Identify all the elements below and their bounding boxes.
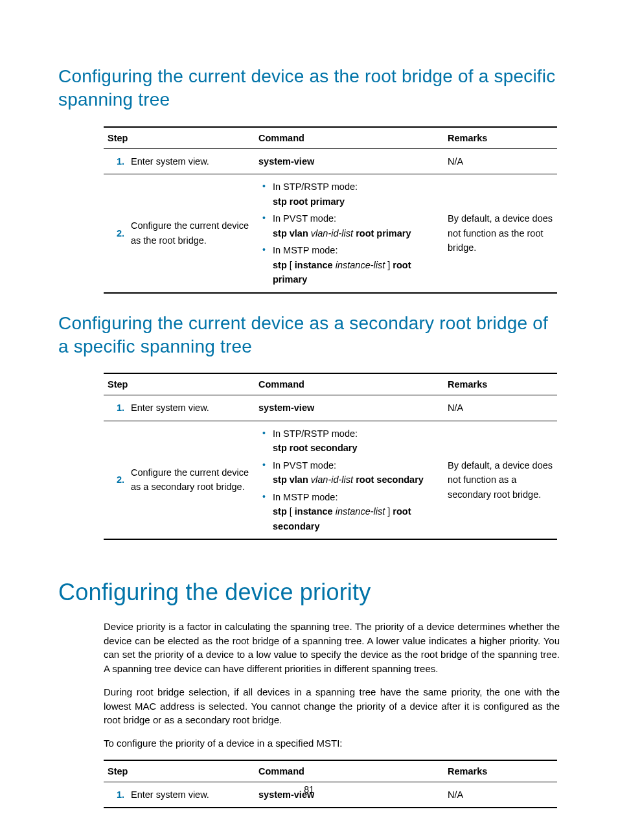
steps-table: StepCommandRemarks1.Enter system view.sy…: [104, 126, 557, 294]
col-command: Command: [255, 760, 444, 782]
steps-table: StepCommandRemarks1.Enter system view.sy…: [104, 373, 557, 540]
remarks-cell: N/A: [444, 148, 557, 174]
page-number: 81: [0, 784, 618, 795]
remarks-cell: N/A: [444, 395, 557, 421]
table-row: 2.Configure the current device as a seco…: [104, 421, 557, 539]
table-row: 1.Enter system view.system-viewN/A: [104, 395, 557, 421]
step-text: Enter system view.: [127, 395, 255, 421]
step-number: 1.: [104, 395, 127, 421]
command-cell: system-view: [255, 395, 444, 421]
command-bullet: In STP/RSTP mode:stp root secondary: [258, 426, 440, 456]
col-step: Step: [104, 373, 255, 395]
table-row: 2.Configure the current device as the ro…: [104, 174, 557, 293]
command-bullet: In PVST mode:stp vlan vlan-id-list root …: [258, 458, 440, 487]
remarks-cell: By default, a device does not function a…: [444, 174, 557, 293]
paragraph: To configure the priority of a device in…: [104, 736, 560, 751]
section-heading-major: Configuring the device priority: [58, 578, 560, 608]
step-number: 1.: [104, 148, 127, 174]
col-command: Command: [255, 373, 444, 395]
command-bullet: In STP/RSTP mode:stp root primary: [258, 180, 440, 209]
command-bullet: In MSTP mode:stp [ instance instance-lis…: [258, 243, 440, 286]
paragraph: Device priority is a factor in calculati…: [104, 620, 560, 676]
command-cell: In STP/RSTP mode:stp root primaryIn PVST…: [255, 174, 444, 293]
section-heading: Configuring the current device as the ro…: [58, 65, 560, 112]
col-remarks: Remarks: [444, 760, 557, 782]
step-text: Configure the current device as the root…: [127, 174, 255, 293]
col-command: Command: [255, 127, 444, 149]
step-text: Configure the current device as a second…: [127, 421, 255, 539]
paragraph: During root bridge selection, if all dev…: [104, 685, 560, 727]
step-number: 2.: [104, 174, 127, 293]
command-cell: system-view: [255, 148, 444, 174]
remarks-cell: By default, a device does not function a…: [444, 421, 557, 539]
section-heading: Configuring the current device as a seco…: [58, 312, 560, 359]
command-cell: In STP/RSTP mode:stp root secondaryIn PV…: [255, 421, 444, 539]
step-text: Enter system view.: [127, 148, 255, 174]
step-number: 2.: [104, 421, 127, 539]
table-row: 1.Enter system view.system-viewN/A: [104, 148, 557, 174]
col-remarks: Remarks: [444, 127, 557, 149]
col-step: Step: [104, 760, 255, 782]
col-step: Step: [104, 127, 255, 149]
command-bullet: In PVST mode:stp vlan vlan-id-list root …: [258, 211, 440, 240]
col-remarks: Remarks: [444, 373, 557, 395]
command-bullet: In MSTP mode:stp [ instance instance-lis…: [258, 490, 440, 533]
